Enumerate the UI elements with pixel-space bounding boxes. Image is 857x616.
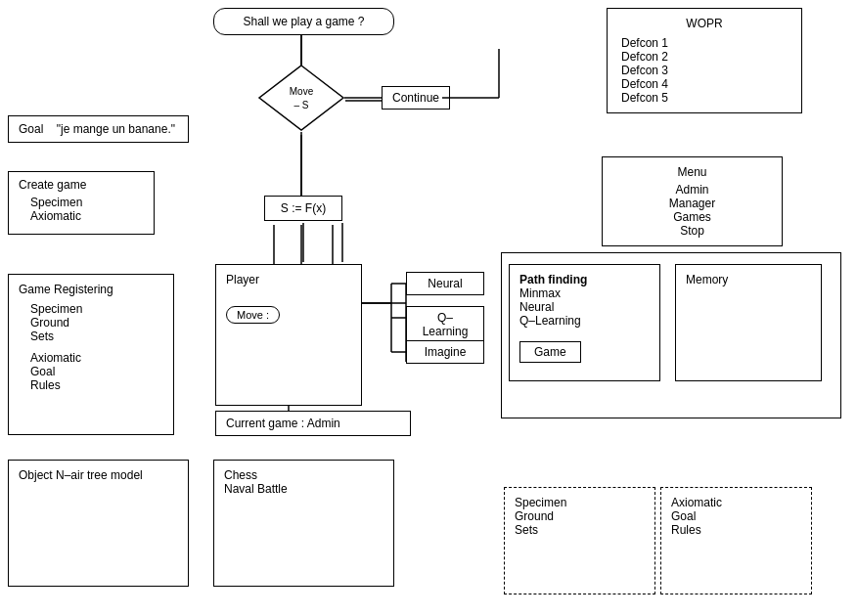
sgs-sets: Sets — [515, 523, 645, 537]
ar-goal: Goal — [671, 509, 801, 523]
create-game-title: Create game — [19, 178, 144, 192]
svg-marker-10 — [259, 66, 343, 130]
imagine-box: Imagine — [406, 340, 484, 364]
create-game-box: Create game Specimen Axiomatic — [8, 171, 155, 235]
player-title: Player — [226, 273, 351, 286]
current-game-label: Current game : Admin — [226, 417, 340, 430]
object-model-box: Object N–air tree model — [8, 460, 189, 587]
ar-axiomatic: Axiomatic — [671, 496, 801, 509]
specimen-ground-dashed-box: Specimen Ground Sets — [504, 487, 655, 594]
wopr-box: WOPR Defcon 1 Defcon 2 Defcon 3 Defcon 4… — [607, 8, 802, 113]
svg-text:Move: Move — [290, 86, 314, 97]
svg-text:– S: – S — [293, 100, 308, 110]
wopr-item-1: Defcon 1 — [621, 36, 788, 50]
ar-rules: Rules — [671, 523, 801, 537]
menu-item-1: Admin — [616, 183, 768, 197]
gr-specimen: Specimen — [19, 302, 163, 316]
axiomatic-rules-dashed-box: Axiomatic Goal Rules — [660, 487, 812, 594]
neural-label: Neural — [428, 277, 462, 290]
menu-item-3: Games — [616, 210, 768, 224]
game-registering-box: Game Registering Specimen Ground Sets Ax… — [8, 274, 174, 435]
move-button-container: Move : — [226, 306, 351, 324]
wopr-title: WOPR — [621, 17, 788, 30]
continue-label: Continue — [392, 91, 439, 105]
object-model-label: Object N–air tree model — [19, 468, 178, 482]
qlearning-label: Q–Learning — [423, 311, 469, 338]
sgs-specimen: Specimen — [515, 496, 645, 509]
goal-box: Goal "je mange un banane." — [8, 115, 189, 143]
menu-title: Menu — [616, 165, 768, 179]
create-game-item-1: Specimen — [19, 196, 144, 209]
outer-right-box — [501, 252, 841, 418]
continue-box: Continue — [382, 86, 450, 110]
game-registering-title: Game Registering — [19, 283, 163, 296]
diagram: Shall we play a game ? WOPR Defcon 1 Def… — [0, 0, 857, 616]
gr-ground: Ground — [19, 316, 163, 330]
gr-axiomatic: Axiomatic — [19, 351, 163, 365]
menu-item-4: Stop — [616, 224, 768, 238]
shall-we-play-label: Shall we play a game ? — [243, 15, 364, 28]
menu-box: Menu Admin Manager Games Stop — [602, 156, 783, 246]
goal-label: Goal — [19, 122, 43, 136]
diamond-move-s: Move – S — [257, 64, 345, 132]
wopr-item-2: Defcon 2 — [621, 50, 788, 64]
goal-value: "je mange un banane." — [57, 122, 175, 136]
sgs-ground: Ground — [515, 509, 645, 523]
shall-we-play-box: Shall we play a game ? — [213, 8, 394, 35]
s-function-box: S := F(x) — [264, 196, 342, 221]
wopr-item-4: Defcon 4 — [621, 77, 788, 91]
player-box: Player Move : — [215, 264, 362, 406]
gr-sets: Sets — [19, 330, 163, 343]
s-function-label: S := F(x) — [281, 201, 326, 215]
current-game-box: Current game : Admin — [215, 411, 411, 436]
naval-label: Naval Battle — [224, 482, 383, 496]
wopr-item-3: Defcon 3 — [621, 64, 788, 77]
gr-rules: Rules — [19, 378, 163, 392]
chess-label: Chess — [224, 468, 383, 482]
neural-box: Neural — [406, 272, 484, 295]
chess-naval-box: Chess Naval Battle — [213, 460, 394, 587]
qlearning-box: Q–Learning — [406, 306, 484, 343]
diamond-svg: Move – S — [257, 64, 345, 132]
imagine-label: Imagine — [425, 345, 467, 359]
wopr-item-5: Defcon 5 — [621, 91, 788, 105]
menu-item-2: Manager — [616, 197, 768, 210]
move-button[interactable]: Move : — [226, 306, 280, 324]
gr-goal: Goal — [19, 365, 163, 378]
create-game-item-2: Axiomatic — [19, 209, 144, 223]
